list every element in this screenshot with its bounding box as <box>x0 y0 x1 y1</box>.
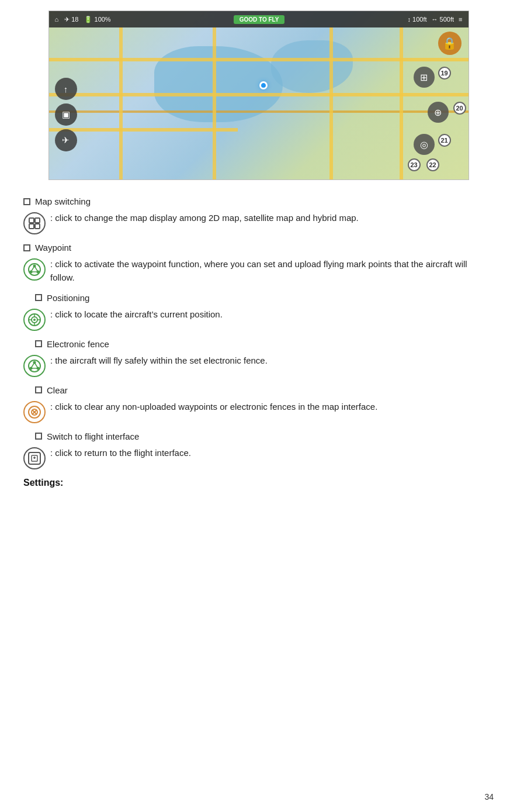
upload-btn[interactable]: ↑ <box>55 78 77 100</box>
map-switching-icon <box>23 212 46 234</box>
map-ctrl-21[interactable]: ◎ <box>414 134 435 155</box>
clear-icon <box>23 401 46 423</box>
settings-label: Settings: <box>23 478 494 488</box>
switch-flight-heading: Switch to flight interface <box>35 431 494 441</box>
road-v2 <box>213 27 216 180</box>
aircraft-btn[interactable]: ✈ <box>55 129 77 151</box>
clear-title: Clear <box>47 385 68 395</box>
map-ctrl-19[interactable]: ⊞ <box>414 67 435 88</box>
map-ctrl-20[interactable]: ⊕ <box>428 102 449 123</box>
electronic-fence-body: : the aircraft will fly safely within th… <box>23 354 494 377</box>
svg-rect-0 <box>29 218 34 223</box>
battery-icon: 🔋 100% <box>84 16 110 23</box>
electronic-fence-title: Electronic fence <box>47 339 109 349</box>
switch-flight-text: : click to return to the flight interfac… <box>50 446 494 459</box>
road-h2 <box>49 93 469 96</box>
road-v4 <box>400 27 403 180</box>
badge-22: 22 <box>426 158 439 171</box>
photo-btn[interactable]: ▣ <box>55 103 77 126</box>
bullet-positioning <box>35 294 42 301</box>
bullet-switch-flight <box>35 433 42 440</box>
status-right: ↕ 100ft ↔ 500ft ≡ <box>408 16 463 23</box>
switch-flight-title: Switch to flight interface <box>47 431 139 441</box>
badge-19: 19 <box>438 67 451 80</box>
electronic-fence-heading: Electronic fence <box>35 339 494 349</box>
status-left: ⌂ ✈ 18 🔋 100% <box>55 16 111 23</box>
positioning-heading: Positioning <box>35 293 494 303</box>
map-switching-body: : click to change the map display among … <box>23 211 494 234</box>
road-v3 <box>329 27 333 180</box>
switch-flight-body: : click to return to the flight interfac… <box>23 446 494 469</box>
map-switching-heading: Map switching <box>23 196 494 206</box>
waypoint-text: : click to activate the waypoint functio… <box>50 257 494 285</box>
altitude-value: ↕ 100ft <box>408 16 427 23</box>
positioning-title: Positioning <box>47 293 89 303</box>
bullet-clear <box>35 386 42 393</box>
water-body-2 <box>271 40 353 93</box>
map-screenshot: ⌂ ✈ 18 🔋 100% GOOD TO FLY ↕ 100ft ↔ 500f… <box>48 11 469 180</box>
road-h1 <box>49 58 469 61</box>
waypoint-icon <box>23 258 46 281</box>
section-switch-flight: Switch to flight interface : click to re… <box>23 431 494 469</box>
badge-21: 21 <box>438 134 451 147</box>
clear-body: : click to clear any non-uploaded waypoi… <box>23 400 494 423</box>
map-switching-text: : click to change the map display among … <box>50 211 494 224</box>
svg-line-9 <box>34 266 38 272</box>
road-v1 <box>119 27 123 180</box>
waypoint-title: Waypoint <box>35 243 71 253</box>
menu-icon: ≡ <box>459 16 462 23</box>
svg-line-22 <box>31 362 34 368</box>
section-positioning: Positioning : click to locate the aircra… <box>23 293 494 331</box>
svg-rect-1 <box>35 218 40 223</box>
section-map-switching: Map switching : click to change the map … <box>23 196 494 234</box>
electronic-fence-text: : the aircraft will fly safely within th… <box>50 354 494 367</box>
clear-heading: Clear <box>35 385 494 395</box>
electronic-fence-icon <box>23 355 46 377</box>
page-number: 34 <box>484 792 494 801</box>
road-h4 <box>49 110 469 113</box>
bullet-waypoint <box>23 244 30 251</box>
badge-20: 20 <box>453 102 466 115</box>
good-to-fly-badge: GOOD TO FLY <box>234 15 285 24</box>
map-left-panel: ↑ ▣ ✈ 24 <box>55 78 77 168</box>
bullet-electronic-fence <box>35 340 42 347</box>
clear-text: : click to clear any non-uploaded waypoi… <box>50 400 494 413</box>
svg-line-8 <box>31 266 34 272</box>
waypoint-body: : click to activate the waypoint functio… <box>23 257 494 285</box>
positioning-text: : click to locate the aircraft’s current… <box>50 307 494 321</box>
svg-rect-2 <box>29 224 34 229</box>
bullet-map-switching <box>23 198 30 205</box>
distance-value: ↔ 500ft <box>432 16 454 23</box>
map-switching-title: Map switching <box>35 196 91 206</box>
svg-line-23 <box>34 362 38 368</box>
svg-rect-3 <box>35 224 40 229</box>
signal-icon: ✈ 18 <box>64 16 78 23</box>
home-icon: ⌂ <box>55 16 59 23</box>
section-electronic-fence: Electronic fence : the aircraft will fly… <box>23 339 494 377</box>
waypoint-heading: Waypoint <box>23 243 494 253</box>
map-top-bar: ⌂ ✈ 18 🔋 100% GOOD TO FLY ↕ 100ft ↔ 500f… <box>49 11 469 27</box>
svg-point-13 <box>33 319 36 321</box>
section-waypoint: Waypoint : click to activate the waypoin… <box>23 243 494 285</box>
positioning-icon <box>23 309 46 331</box>
badge-23: 23 <box>408 158 421 171</box>
aircraft-position-dot <box>259 81 268 89</box>
section-clear: Clear : click to clear any non-uploaded … <box>23 385 494 423</box>
lock-icon: 🔒 <box>438 32 462 55</box>
positioning-body: : click to locate the aircraft’s current… <box>23 307 494 331</box>
switch-flight-icon <box>23 447 46 469</box>
road-h3 <box>49 128 238 132</box>
